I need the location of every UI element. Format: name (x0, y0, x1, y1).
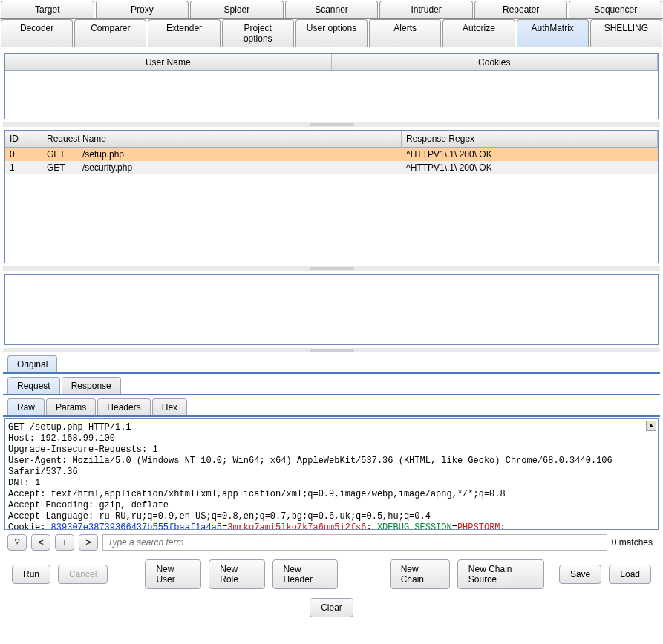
user-cookie-body[interactable] (5, 71, 658, 119)
cell-id: 1 (5, 162, 42, 173)
request-table-rows: 0 GET/setup.php ^HTTPV1\.1\ 200\ OK 1 GE… (5, 148, 658, 263)
tab-project-options[interactable]: Project options (222, 19, 294, 47)
col-id[interactable]: ID (5, 131, 42, 147)
format-tab-row: Raw Params Headers Hex (3, 398, 660, 417)
second-tab-row: Decoder Comparer Extender Project option… (0, 19, 663, 47)
tab-scanner[interactable]: Scanner (285, 1, 379, 18)
save-button[interactable]: Save (559, 565, 601, 584)
tab-alerts[interactable]: Alerts (369, 19, 441, 47)
load-button[interactable]: Load (609, 565, 651, 584)
tab-repeater[interactable]: Repeater (474, 1, 568, 18)
cell-id: 0 (5, 149, 42, 160)
tab-raw[interactable]: Raw (7, 398, 45, 415)
view-tab-row: Original (3, 355, 660, 374)
new-chain-source-button[interactable]: New Chain Source (457, 559, 544, 589)
request-table-panel: ID Request Name Response Regex 0 GET/set… (4, 130, 659, 263)
splitter-2[interactable] (3, 266, 660, 271)
reqresp-tab-row: Request Response (3, 377, 660, 395)
col-request-name[interactable]: Request Name (42, 131, 402, 147)
run-button[interactable]: Run (12, 565, 50, 584)
cell-name: GET/security.php (42, 162, 402, 173)
new-chain-button[interactable]: New Chain (390, 559, 450, 589)
search-bar: ? < + > 0 matches (3, 531, 660, 553)
cell-regex: ^HTTPV1\.1\ 200\ OK (402, 149, 658, 160)
cancel-button: Cancel (58, 565, 108, 584)
new-header-button[interactable]: New Header (272, 559, 338, 589)
user-cookie-panel: User Name Cookies (4, 53, 659, 119)
tab-decoder[interactable]: Decoder (1, 19, 73, 47)
tab-shelling[interactable]: SHELLING (590, 19, 662, 47)
cell-name: GET/setup.php (42, 149, 402, 160)
next-match-button[interactable]: > (79, 534, 98, 551)
tab-spider[interactable]: Spider (190, 1, 284, 18)
tab-target[interactable]: Target (1, 1, 94, 18)
action-button-row: Run Cancel New User New Role New Header … (3, 553, 660, 595)
tab-params[interactable]: Params (46, 398, 96, 415)
splitter-1[interactable] (3, 122, 660, 127)
tab-extender[interactable]: Extender (148, 19, 220, 47)
col-response-regex[interactable]: Response Regex (402, 131, 658, 147)
table-row[interactable]: 0 GET/setup.php ^HTTPV1\.1\ 200\ OK (5, 148, 658, 161)
splitter-3[interactable] (3, 348, 660, 352)
raw-request-viewer[interactable]: ▲GET /setup.php HTTP/1.1 Host: 192.168.9… (4, 418, 659, 530)
match-count: 0 matches (612, 537, 656, 548)
tab-headers[interactable]: Headers (97, 398, 150, 415)
tab-request[interactable]: Request (7, 377, 60, 394)
search-input[interactable] (102, 534, 607, 551)
new-user-button[interactable]: New User (145, 559, 201, 589)
tab-authmatrix[interactable]: AuthMatrix (517, 19, 589, 47)
clear-button[interactable]: Clear (310, 598, 353, 617)
tab-comparer[interactable]: Comparer (74, 19, 146, 47)
tab-autorize[interactable]: Autorize (442, 19, 515, 47)
add-button[interactable]: + (55, 534, 74, 551)
tab-hex[interactable]: Hex (152, 398, 187, 415)
scroll-up-icon[interactable]: ▲ (646, 421, 656, 431)
top-tab-row: Target Proxy Spider Scanner Intruder Rep… (0, 0, 663, 19)
help-button[interactable]: ? (7, 534, 27, 551)
tab-intruder[interactable]: Intruder (379, 1, 473, 18)
new-role-button[interactable]: New Role (209, 559, 264, 589)
tab-user-options[interactable]: User options (295, 19, 368, 47)
cell-regex: ^HTTPV1\.1\ 200\ OK (402, 162, 658, 173)
tab-response[interactable]: Response (62, 377, 121, 394)
tab-original[interactable]: Original (7, 355, 57, 372)
col-cookies[interactable]: Cookies (332, 54, 659, 70)
tab-proxy[interactable]: Proxy (96, 1, 189, 18)
chain-panel[interactable] (4, 274, 659, 345)
prev-match-button[interactable]: < (31, 534, 50, 551)
col-username[interactable]: User Name (5, 54, 332, 70)
table-row[interactable]: 1 GET/security.php ^HTTPV1\.1\ 200\ OK (5, 161, 658, 174)
tab-sequencer[interactable]: Sequencer (569, 1, 662, 18)
